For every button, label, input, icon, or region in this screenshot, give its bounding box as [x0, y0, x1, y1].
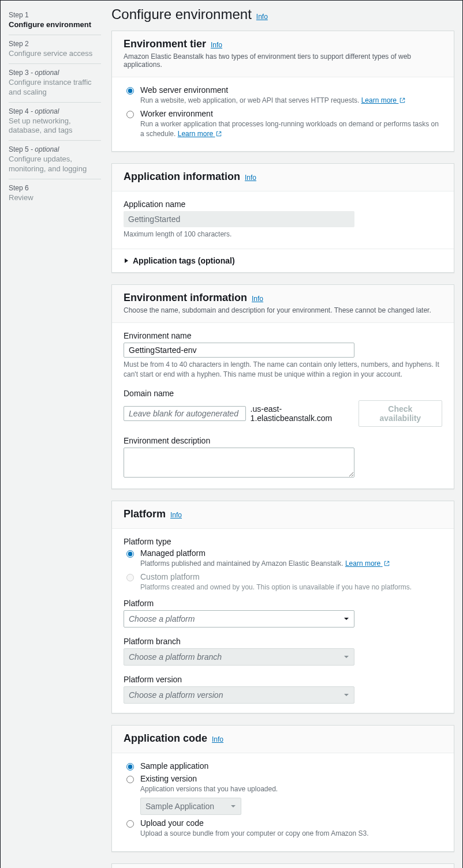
app-info-info-link[interactable]: Info [245, 174, 256, 182]
application-name-label: Application name [124, 200, 442, 209]
environment-tier-card: Environment tier Info Amazon Elastic Bea… [111, 31, 454, 152]
page-info-link[interactable]: Info [256, 13, 268, 21]
sidebar-step-3[interactable]: Step 3 - optional Configure instance tra… [9, 64, 101, 103]
existing-version-label: Existing version [140, 774, 278, 783]
external-link-icon [216, 131, 222, 137]
existing-version-select: Sample Application [140, 798, 241, 815]
application-info-card: Application information Info Application… [111, 163, 454, 273]
managed-learn-more-link[interactable]: Learn more [345, 559, 390, 568]
domain-name-label: Domain name [124, 389, 442, 398]
platform-card: Platform Info Platform type Managed plat… [111, 501, 454, 714]
custom-platform-radio [126, 574, 134, 581]
section-heading: Environment information [124, 292, 247, 304]
application-code-card: Application code Info Sample application… [111, 725, 454, 852]
application-tags-expander[interactable]: Application tags (optional) [112, 249, 454, 272]
platform-info-link[interactable]: Info [170, 511, 182, 519]
upload-code-radio[interactable] [126, 820, 134, 828]
sample-application-label: Sample application [140, 761, 208, 771]
platform-type-label: Platform type [124, 537, 442, 546]
chevron-down-icon [230, 802, 236, 811]
app-code-info-link[interactable]: Info [212, 735, 223, 743]
domain-name-input[interactable] [124, 406, 246, 421]
external-link-icon [384, 561, 390, 566]
expand-triangle-icon [124, 256, 129, 265]
chevron-down-icon [343, 652, 349, 662]
platform-select-label: Platform [124, 599, 442, 608]
section-description: Amazon Elastic Beanstalk has two types o… [124, 52, 442, 69]
managed-platform-radio[interactable] [126, 550, 134, 558]
section-heading: Platform [124, 508, 166, 520]
section-heading: Environment tier [124, 38, 206, 50]
sidebar-step-6[interactable]: Step 6 Review [9, 179, 101, 208]
presets-card: Presets Info Start from a preset that ma… [111, 863, 454, 868]
env-tier-info-link[interactable]: Info [211, 41, 222, 49]
platform-branch-label: Platform branch [124, 637, 442, 646]
sidebar-step-4[interactable]: Step 4 - optional Set up networking, dat… [9, 103, 101, 141]
web-server-label: Web server environment [140, 85, 405, 95]
managed-platform-label: Managed platform [140, 548, 390, 558]
wizard-sidebar: Step 1 Configure environment Step 2 Conf… [9, 6, 101, 868]
sidebar-step-2[interactable]: Step 2 Configure service access [9, 35, 101, 64]
chevron-down-icon [343, 614, 349, 623]
env-info-info-link[interactable]: Info [252, 295, 263, 303]
worker-radio[interactable] [126, 111, 134, 118]
external-link-icon [399, 97, 405, 103]
existing-version-radio[interactable] [126, 776, 134, 783]
check-availability-button[interactable]: Check availability [359, 400, 442, 427]
sidebar-step-5[interactable]: Step 5 - optional Configure updates, mon… [9, 141, 101, 179]
section-heading: Application information [124, 171, 240, 183]
web-learn-more-link[interactable]: Learn more [361, 96, 406, 104]
section-description: Choose the name, subdomain and descripti… [124, 306, 442, 314]
sidebar-step-1[interactable]: Step 1 Configure environment [9, 6, 101, 35]
environment-name-input[interactable] [124, 343, 354, 358]
environment-description-input[interactable] [124, 448, 354, 478]
env-name-label: Environment name [124, 331, 442, 340]
platform-select[interactable]: Choose a platform [124, 610, 354, 627]
environment-info-card: Environment information Info Choose the … [111, 284, 454, 489]
web-server-radio[interactable] [126, 87, 134, 95]
platform-version-select: Choose a platform version [124, 686, 354, 704]
domain-suffix: .us-east-1.elasticbeanstalk.com [251, 404, 354, 423]
page-title: Configure environment Info [111, 6, 454, 22]
upload-code-label: Upload your code [140, 818, 369, 828]
platform-branch-select: Choose a platform branch [124, 648, 354, 666]
worker-label: Worker environment [140, 109, 442, 118]
worker-learn-more-link[interactable]: Learn more [178, 130, 222, 138]
custom-platform-label: Custom platform [140, 572, 412, 581]
sample-application-radio[interactable] [126, 763, 134, 771]
application-name-field: GettingStarted [124, 211, 354, 227]
env-description-label: Environment description [124, 436, 442, 445]
chevron-down-icon [343, 690, 349, 700]
platform-version-label: Platform version [124, 675, 442, 684]
section-heading: Application code [124, 732, 207, 745]
